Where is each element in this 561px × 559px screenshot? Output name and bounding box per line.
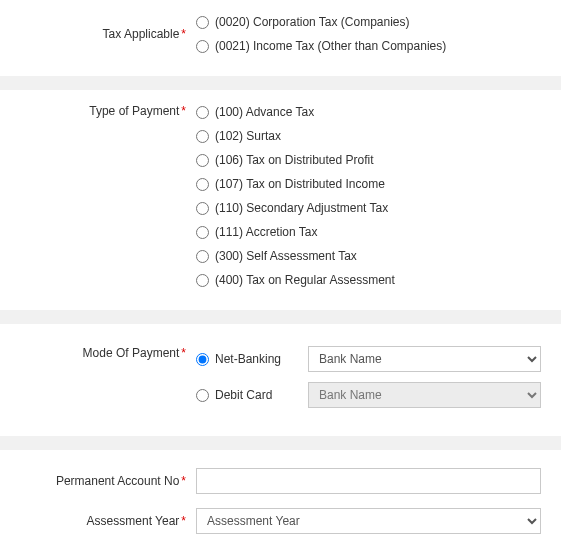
radio-label: (0020) Corporation Tax (Companies)	[215, 15, 410, 29]
radio-payment-106[interactable]: (106) Tax on Distributed Profit	[196, 148, 553, 172]
radio-input-payment-300[interactable]	[196, 250, 209, 263]
radio-input-payment-107[interactable]	[196, 178, 209, 191]
section-type-of-payment: Type of Payment* (100) Advance Tax (102)…	[0, 90, 561, 310]
radio-tax-0021[interactable]: (0021) Income Tax (Other than Companies)	[196, 34, 553, 58]
radio-label: (107) Tax on Distributed Income	[215, 177, 385, 191]
radio-payment-400[interactable]: (400) Tax on Regular Assessment	[196, 268, 553, 292]
section-pan-year: Permanent Account No* Assessment Year* A…	[0, 450, 561, 552]
section-mode-of-payment: Mode Of Payment* Net-Banking Bank Name D…	[0, 324, 561, 436]
radio-tax-0020[interactable]: (0020) Corporation Tax (Companies)	[196, 10, 553, 34]
divider	[0, 310, 561, 324]
select-bank-netbanking[interactable]: Bank Name	[308, 346, 541, 372]
section-tax-applicable: Tax Applicable* (0020) Corporation Tax (…	[0, 0, 561, 76]
radio-net-banking[interactable]: Net-Banking	[196, 352, 308, 366]
radio-input-payment-110[interactable]	[196, 202, 209, 215]
radio-input-tax-0020[interactable]	[196, 16, 209, 29]
divider	[0, 76, 561, 90]
label-tax-applicable: Tax Applicable*	[8, 27, 196, 41]
input-pan[interactable]	[196, 468, 541, 494]
radio-payment-100[interactable]: (100) Advance Tax	[196, 100, 553, 124]
radio-input-payment-102[interactable]	[196, 130, 209, 143]
label-pan: Permanent Account No*	[8, 474, 196, 488]
select-assessment-year[interactable]: Assessment Year	[196, 508, 541, 534]
select-bank-debitcard[interactable]: Bank Name	[308, 382, 541, 408]
radio-payment-300[interactable]: (300) Self Assessment Tax	[196, 244, 553, 268]
radio-input-payment-106[interactable]	[196, 154, 209, 167]
radio-label: (400) Tax on Regular Assessment	[215, 273, 395, 287]
label-mode-of-payment: Mode Of Payment*	[8, 342, 196, 360]
radio-input-payment-100[interactable]	[196, 106, 209, 119]
radio-payment-111[interactable]: (111) Accretion Tax	[196, 220, 553, 244]
label-type-of-payment: Type of Payment*	[8, 100, 196, 118]
radio-input-net-banking[interactable]	[196, 353, 209, 366]
radio-label: (102) Surtax	[215, 129, 281, 143]
radio-input-payment-400[interactable]	[196, 274, 209, 287]
radio-payment-107[interactable]: (107) Tax on Distributed Income	[196, 172, 553, 196]
radio-label: (111) Accretion Tax	[215, 225, 318, 239]
radio-label: (106) Tax on Distributed Profit	[215, 153, 374, 167]
radio-label: (0021) Income Tax (Other than Companies)	[215, 39, 446, 53]
radio-label: (110) Secondary Adjustment Tax	[215, 201, 388, 215]
radio-label: (300) Self Assessment Tax	[215, 249, 357, 263]
radio-label: Debit Card	[215, 388, 272, 402]
radio-payment-110[interactable]: (110) Secondary Adjustment Tax	[196, 196, 553, 220]
radio-input-debit-card[interactable]	[196, 389, 209, 402]
radio-label: (100) Advance Tax	[215, 105, 314, 119]
radio-label: Net-Banking	[215, 352, 281, 366]
label-assessment-year: Assessment Year*	[8, 514, 196, 528]
radio-payment-102[interactable]: (102) Surtax	[196, 124, 553, 148]
divider	[0, 436, 561, 450]
radio-input-payment-111[interactable]	[196, 226, 209, 239]
radio-input-tax-0021[interactable]	[196, 40, 209, 53]
radio-debit-card[interactable]: Debit Card	[196, 388, 308, 402]
